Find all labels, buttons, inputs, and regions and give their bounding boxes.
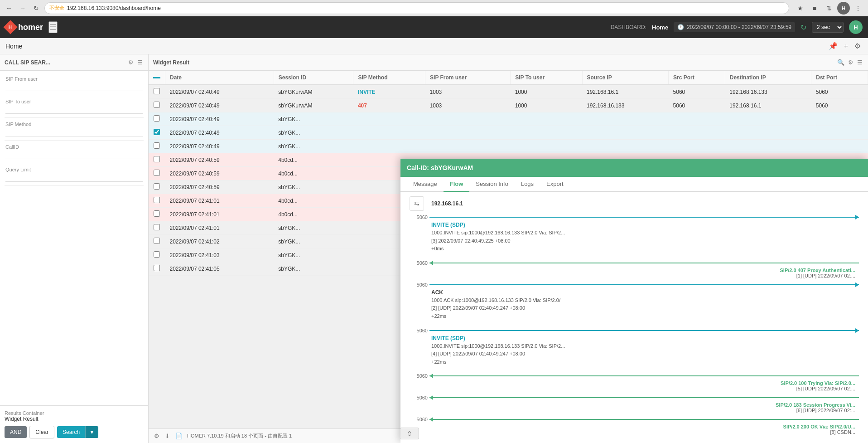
flow-block-407: SIP/2.0 407 Proxy Authenticati... [1] [U… [410,268,859,278]
row-method [353,126,425,140]
flow-port-100: 5060 [410,373,428,379]
flow-arrow-invite2 [429,330,859,331]
flow-block-text-1: 1000.INVITE sip:1000@192.168.16.133 SIP/… [431,229,859,253]
flow-block-ack: ACK 1000 ACK sip:1000@192.168.16.133 SIP… [410,289,859,321]
browser-sync-btn[interactable]: ⇅ [823,2,835,15]
scroll-up-btn[interactable]: ⇧ [400,428,419,439]
row-checkbox-cell [149,167,165,180]
row-session-id: sbYGK... [274,140,353,153]
row-method[interactable]: INVITE [353,85,425,99]
col-header-dst-ip[interactable]: Destination IP [725,71,811,85]
row-checkbox-cell [149,262,165,276]
widget-settings-btn[interactable]: ⚙ [847,58,854,67]
row-date: 2022/09/07 02:40:49 [165,126,274,140]
row-src-port [669,140,725,153]
row-checkbox[interactable] [154,142,160,149]
flow-block-title-ack: ACK [431,289,859,296]
widget-menu-btn[interactable]: ☰ [856,58,863,67]
select-all-bar[interactable] [153,77,160,78]
row-checkbox[interactable] [154,102,160,108]
flow-port-200: 5060 [410,417,428,422]
bottom-download-btn[interactable]: ⬇ [164,432,171,440]
input-sip-to-user[interactable] [5,105,143,114]
search-dropdown-button[interactable]: ▼ [85,426,98,438]
flow-block-text-407: [1] [UDP] 2022/09/07 02:... [431,273,855,278]
bottom-doc-btn[interactable]: 📄 [174,432,183,440]
row-method[interactable]: 407 [353,99,425,112]
row-checkbox[interactable] [154,251,160,258]
tab-session-info[interactable]: Session Info [469,177,515,192]
refresh-btn[interactable]: ↻ [800,23,806,32]
row-checkbox[interactable] [154,115,160,122]
row-checkbox-cell [149,85,165,99]
results-container-section: Results Container Widget Result [5,410,144,422]
row-checkbox[interactable] [154,183,160,190]
and-button[interactable]: AND [5,426,27,438]
row-checkbox[interactable] [154,156,160,162]
widget-icons: 🔍 ⚙ ☰ [836,58,863,67]
table-row[interactable]: 2022/09/07 02:40:49sbYGKurwAMINVITE10031… [149,85,868,99]
header-right: DASHBOARD: Home 🕐 2022/09/07 00:00:00 - … [611,20,863,34]
row-checkbox[interactable] [154,224,160,230]
browser-back-btn[interactable]: ← [4,3,14,14]
row-dst-port: 5060 [811,85,868,99]
flow-block-invite2: INVITE (SDP) 1000.INVITE sip:1000@192.16… [410,335,859,366]
field-sip-to-user: SIP To user [5,95,144,118]
table-row[interactable]: 2022/09/07 02:40:49sbYGK... [149,126,868,140]
col-header-date[interactable]: Date [165,71,274,85]
row-src-port [669,126,725,140]
row-date: 2022/09/07 02:40:49 [165,85,274,99]
browser-avatar[interactable]: H [837,2,850,15]
row-checkbox[interactable] [154,197,160,203]
page-settings-btn[interactable]: ⚙ [853,41,863,51]
clear-button[interactable]: Clear [29,426,54,438]
browser-forward-btn[interactable]: → [17,3,28,14]
row-checkbox[interactable] [154,88,160,94]
row-checkbox[interactable] [154,265,160,271]
flow-block-183: SIP/2.0 183 Session Progress Vi... [6] [… [410,402,859,413]
input-callid[interactable] [5,151,143,159]
row-checkbox[interactable] [154,129,160,135]
browser-star-btn[interactable]: ★ [794,2,806,15]
table-row[interactable]: 2022/09/07 02:40:49sbYGK... [149,112,868,126]
bottom-settings-btn[interactable]: ⚙ [153,432,160,440]
header-sliders-btn[interactable]: ☰ [48,21,58,33]
row-date: 2022/09/07 02:40:59 [165,153,274,167]
browser-ext-btn[interactable]: ■ [808,2,821,15]
tab-message[interactable]: Message [407,177,444,192]
input-sip-method[interactable] [5,128,143,136]
col-header-src-port[interactable]: Src Port [669,71,725,85]
row-checkbox[interactable] [154,210,160,217]
col-header-src-ip[interactable]: Source IP [582,71,669,85]
table-row[interactable]: 2022/09/07 02:40:49sbYGK... [149,140,868,153]
search-button[interactable]: Search [57,426,85,438]
col-header-sip-to[interactable]: SIP To user [511,71,582,85]
browser-reload-btn[interactable]: ↻ [31,3,42,14]
page-add-btn[interactable]: + [842,41,850,51]
row-date: 2022/09/07 02:41:01 [165,221,274,235]
page-pin-btn[interactable]: 📌 [827,41,839,51]
row-date: 2022/09/07 02:41:05 [165,262,274,276]
browser-menu-btn[interactable]: ⋮ [852,2,864,15]
col-header-dst-port[interactable]: Dst Port [811,71,868,85]
row-checkbox[interactable] [154,238,160,244]
header-avatar[interactable]: H [849,20,863,34]
widget-search-btn[interactable]: 🔍 [836,58,845,67]
tab-export[interactable]: Export [540,177,570,192]
tab-logs[interactable]: Logs [515,177,540,192]
col-header-sip-method[interactable]: SIP Method [353,71,425,85]
interval-select[interactable]: 2 sec 5 sec 10 sec [812,22,844,33]
table-row[interactable]: 2022/09/07 02:40:49sbYGKurwAM40710031000… [149,99,868,112]
input-query-limit[interactable] [5,173,143,182]
row-checkbox[interactable] [154,170,160,176]
sidebar-close-btn[interactable]: ☰ [136,58,144,67]
flow-switch-btn[interactable]: ⇆ [410,196,424,211]
row-checkbox-cell [149,235,165,248]
flow-block-100: SIP/2.0 100 Trying Via: SIP/2.0... [5] [… [410,380,859,391]
input-sip-from-user[interactable] [5,83,143,91]
tab-flow[interactable]: Flow [444,177,470,192]
flow-message-invite2: 5060 INVITE (SDP) 1000.INVITE sip:1000@1… [410,328,859,366]
col-header-session-id[interactable]: Session ID [274,71,353,85]
sidebar-settings-btn[interactable]: ⚙ [127,58,135,67]
col-header-sip-from[interactable]: SIP From user [425,71,511,85]
